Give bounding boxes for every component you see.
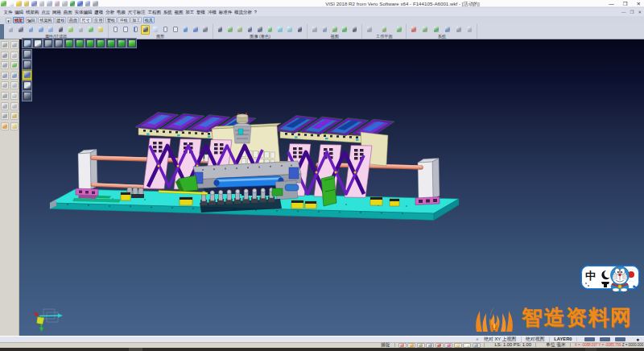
view-back-icon[interactable]	[116, 38, 126, 48]
tab-尺寸[interactable]: 尺寸	[80, 17, 91, 23]
qat-options-icon[interactable]	[93, 1, 98, 6]
palette-icon[interactable]	[409, 25, 418, 35]
mitem-编辑[interactable]: 编辑	[14, 8, 25, 16]
redo-icon[interactable]	[85, 1, 91, 6]
arrow-cyan-icon[interactable]	[275, 25, 284, 35]
workplane-set-icon[interactable]	[380, 25, 389, 35]
cylinder-cyan-icon[interactable]	[286, 25, 295, 35]
tab-overflow-dropdown[interactable]: ▾	[6, 18, 11, 23]
close-button[interactable]: ✕	[637, 0, 641, 7]
select-icon[interactable]	[1, 41, 9, 49]
paint-orange-icon[interactable]	[1, 122, 9, 130]
history-icon[interactable]	[431, 25, 440, 35]
mitem-分析[interactable]: 分析	[105, 8, 116, 16]
arrow-green-icon[interactable]	[266, 25, 275, 35]
tab-应用[interactable]: 应用	[93, 17, 104, 23]
tab-模具[interactable]: 模具	[143, 17, 155, 23]
mitem-网格[interactable]: 网格	[52, 8, 63, 16]
flag-icon[interactable]	[10, 112, 19, 120]
mitem-实体编辑[interactable]: 实体编辑	[73, 8, 93, 16]
cylinder-dark-icon[interactable]	[255, 25, 264, 35]
status-button-1[interactable]	[584, 337, 595, 341]
mitem-点云[interactable]: 点云	[40, 8, 52, 16]
mitem-电极[interactable]: 电极	[116, 8, 127, 16]
status-button-3[interactable]	[615, 337, 625, 341]
linetype-dash-icon[interactable]	[121, 25, 130, 35]
dim-view-icon[interactable]	[22, 91, 32, 101]
linewidth-1-icon[interactable]	[161, 25, 170, 35]
shade-white-icon[interactable]	[32, 38, 43, 48]
view-left-icon[interactable]	[105, 38, 116, 48]
shade-mixed-icon[interactable]	[236, 25, 245, 35]
delete-icon[interactable]	[10, 41, 19, 49]
add-green-icon[interactable]	[86, 25, 95, 35]
workplane-axis-icon[interactable]	[365, 25, 374, 35]
plug-icon[interactable]	[1, 102, 9, 110]
window-icon[interactable]	[443, 25, 452, 35]
frame-icon[interactable]	[1, 61, 9, 69]
erase-icon[interactable]	[10, 52, 19, 60]
mitem-建模[interactable]: 建模	[93, 8, 105, 16]
mitem-加工[interactable]: 加工	[184, 8, 196, 16]
tab-编辑[interactable]: 编辑	[26, 17, 37, 23]
trim-icon[interactable]	[1, 52, 9, 60]
dynamic-rotate-icon[interactable]	[53, 38, 64, 48]
mitem-?[interactable]: ?	[253, 8, 258, 16]
tab-冲模[interactable]: 冲模	[118, 17, 129, 23]
mdi-minimize-button[interactable]: —	[621, 10, 626, 14]
attribute-copy-icon[interactable]	[16, 25, 25, 35]
mitem-模流分析[interactable]: 模流分析	[233, 8, 254, 16]
filter-pair-icon[interactable]	[47, 25, 56, 35]
plot-icon[interactable]	[62, 1, 68, 6]
magnet-icon[interactable]	[1, 112, 9, 120]
tab-曲面[interactable]: 曲面	[68, 17, 79, 23]
recall-view-icon[interactable]	[22, 60, 32, 70]
tab-线架构[interactable]: 线架构	[38, 17, 53, 23]
color-blue-icon[interactable]	[191, 25, 200, 35]
color-green-icon[interactable]	[181, 25, 190, 35]
view-front-icon[interactable]	[74, 38, 85, 48]
zoom-window-icon[interactable]	[320, 25, 329, 35]
sphere-green-icon[interactable]	[66, 25, 75, 35]
attribute-brush-icon[interactable]	[6, 25, 15, 35]
minimize-button[interactable]: —	[609, 0, 614, 7]
import-icon[interactable]	[24, 1, 30, 6]
binoculars-icon[interactable]	[56, 25, 65, 35]
graphics-viewport[interactable]	[19, 39, 644, 336]
chart-icon[interactable]	[454, 25, 463, 35]
mitem-标准件[interactable]: 标准件	[217, 8, 233, 16]
mitem-曲面[interactable]: 曲面	[62, 8, 73, 16]
mitem-文件[interactable]: 文件	[2, 8, 14, 16]
cylinder-blue-icon[interactable]	[246, 25, 254, 35]
mitem-塑模[interactable]: 塑模	[196, 8, 207, 16]
visi-logo-icon[interactable]	[1, 1, 6, 6]
mitem-系统[interactable]: 系统	[162, 8, 173, 16]
mdi-restore-button[interactable]: ❐	[630, 10, 634, 14]
linetype-blue-icon[interactable]	[131, 25, 140, 35]
remove-yellow-icon[interactable]	[97, 25, 105, 35]
mitem-冲模[interactable]: 冲模	[207, 8, 218, 16]
edit-blue-icon[interactable]	[10, 72, 19, 80]
tab-线架[interactable]: 线架	[13, 17, 24, 23]
paper-icon[interactable]	[10, 92, 19, 100]
save-icon[interactable]	[31, 1, 37, 6]
maximize-button[interactable]: ❐	[623, 0, 628, 7]
zoom-extents-icon[interactable]	[341, 25, 349, 35]
open-file-icon[interactable]	[16, 1, 22, 6]
corner-icon[interactable]	[10, 102, 19, 110]
view-seven-icon[interactable]	[126, 38, 137, 48]
grid-icon[interactable]	[22, 38, 32, 48]
undo-icon[interactable]	[77, 1, 83, 6]
linetype-active-icon[interactable]	[141, 25, 150, 35]
check-green-icon[interactable]	[10, 61, 19, 69]
globe-icon[interactable]	[70, 1, 76, 6]
tab-塑模[interactable]: 塑模	[105, 17, 117, 23]
shape-icon[interactable]	[1, 81, 9, 89]
cylinder-white-icon[interactable]	[22, 81, 32, 91]
layers-icon[interactable]	[10, 122, 19, 130]
sphere-gray-icon[interactable]	[76, 25, 85, 35]
mitem-视图[interactable]: 视图	[173, 8, 184, 16]
new-file-icon[interactable]	[9, 1, 14, 6]
cursor-icon[interactable]	[43, 38, 53, 48]
copy-icon[interactable]	[47, 1, 52, 6]
